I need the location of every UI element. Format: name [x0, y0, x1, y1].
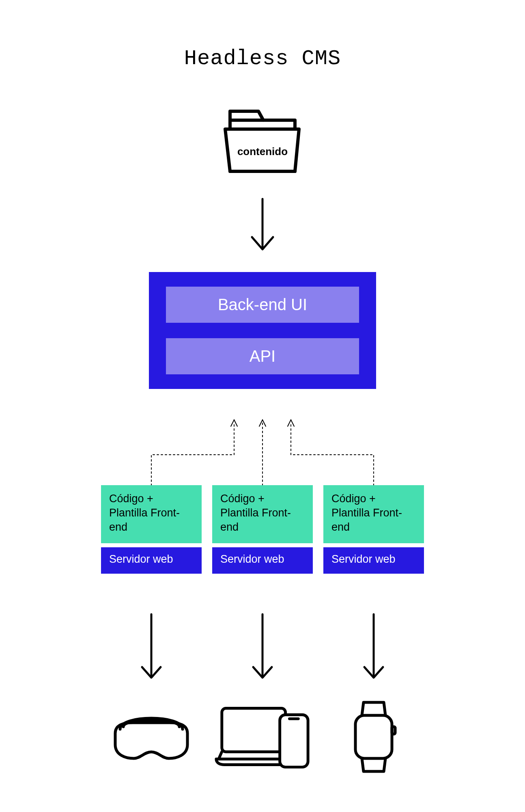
down-arrows-row [101, 611, 424, 684]
folder-icon [218, 106, 307, 180]
smartwatch-icon [323, 698, 424, 775]
web-server-box: Servidor web [212, 547, 313, 574]
svg-rect-10 [392, 727, 395, 734]
devices-row [101, 698, 424, 775]
api-box: API [166, 338, 359, 374]
frontend-code-box: Código + Plantilla Front-end [323, 485, 424, 543]
laptop-phone-icon [212, 698, 313, 775]
channels-row: Código + Plantilla Front-end Servidor we… [101, 485, 424, 574]
web-server-box: Servidor web [101, 547, 202, 574]
channel-column: Código + Plantilla Front-end Servidor we… [212, 485, 313, 574]
svg-rect-4 [222, 708, 286, 752]
diagram-title: Headless CMS [0, 47, 525, 71]
arrow-down-icon [323, 611, 424, 684]
channel-column: Código + Plantilla Front-end Servidor we… [101, 485, 202, 574]
svg-rect-9 [355, 715, 392, 758]
arrow-down-icon [101, 611, 202, 684]
channel-column: Código + Plantilla Front-end Servidor we… [323, 485, 424, 574]
backend-ui-box: Back-end UI [166, 287, 359, 323]
arrow-down-icon [246, 195, 279, 257]
svg-rect-7 [280, 715, 308, 767]
arrow-down-icon [212, 611, 313, 684]
folder-label: contenido [237, 145, 288, 158]
frontend-code-box: Código + Plantilla Front-end [101, 485, 202, 543]
backend-container: Back-end UI API [149, 272, 376, 389]
dotted-connector-icon [100, 410, 425, 489]
web-server-box: Servidor web [323, 547, 424, 574]
frontend-code-box: Código + Plantilla Front-end [212, 485, 313, 543]
vr-headset-icon [101, 698, 202, 775]
